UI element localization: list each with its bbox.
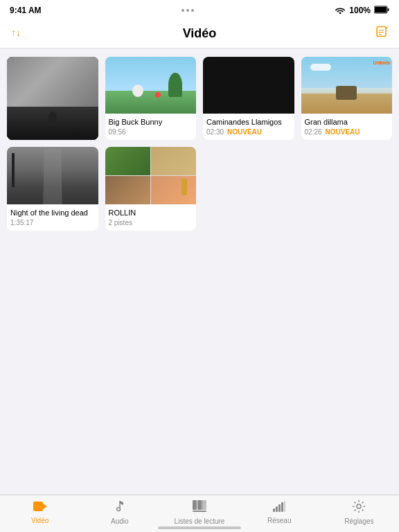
video-info-gran: Gran dillama 02:26 NOUVEAU — [301, 114, 393, 140]
tab-audio-icon — [114, 500, 126, 516]
svg-rect-2 — [375, 7, 387, 12]
video-grid-row1: The Adventurer 16:59 NOUVEAU Big Buck — [7, 57, 392, 140]
tab-reglages[interactable]: Réglages — [319, 500, 399, 525]
header-edit[interactable] — [375, 25, 389, 42]
svg-rect-18 — [278, 504, 281, 512]
video-title-bigbuck: Big Buck Bunny — [109, 117, 193, 127]
video-duration-gran: 02:26 — [305, 128, 322, 136]
video-item-night[interactable]: Night of the living dead 1:35:17 — [7, 147, 98, 230]
header: ↑↓ Vidéo — [0, 19, 399, 48]
rollin-cell-2 — [151, 147, 196, 175]
video-tracks-rollin: 2 pistes — [109, 219, 132, 227]
video-meta-bigbuck: 09:56 — [109, 128, 193, 136]
tab-reseau-label: Réseau — [267, 517, 291, 524]
video-info-rollin: ROLLIN 2 pistes — [105, 204, 197, 231]
page-title: Vidéo — [183, 26, 217, 41]
wifi-icon — [335, 6, 346, 16]
svg-rect-16 — [273, 508, 275, 512]
status-bar: 9:41 AM 100% — [0, 0, 399, 19]
tab-reseau-icon — [273, 501, 285, 515]
video-info-bigbuck: Big Buck Bunny 09:56 — [105, 114, 197, 140]
svg-rect-17 — [276, 506, 278, 512]
tab-playlists[interactable]: Listes de lecture — [159, 500, 239, 525]
sort-icon[interactable]: ↑↓ — [10, 28, 24, 42]
tab-audio-label: Audio — [111, 517, 129, 525]
svg-rect-12 — [197, 500, 202, 510]
video-meta-night: 1:35:17 — [10, 219, 95, 227]
status-dots — [42, 9, 335, 12]
video-title-night: Night of the living dead — [10, 208, 95, 218]
svg-text:↑↓: ↑↓ — [11, 26, 21, 37]
thumb-bigbuck — [105, 57, 197, 114]
video-duration-night: 1:35:17 — [10, 219, 33, 227]
rollin-cell-3 — [105, 176, 150, 204]
edit-icon[interactable] — [375, 28, 389, 42]
tab-playlists-label: Listes de lecture — [175, 517, 225, 525]
thumb-gran: Unilords — [301, 57, 393, 114]
tab-reglages-icon — [353, 500, 365, 516]
video-meta-caminandes: 02:30 NOUVEAU — [206, 128, 291, 136]
video-item-gran[interactable]: Unilords Gran dillama 02:26 NOUVEAU — [301, 57, 393, 140]
status-right: 100% — [335, 6, 389, 16]
svg-rect-19 — [281, 502, 283, 512]
video-meta-gran: 02:26 NOUVEAU — [305, 128, 389, 136]
svg-point-21 — [357, 504, 361, 508]
video-item-rollin[interactable]: ROLLIN 2 pistes — [105, 147, 197, 230]
thumb-adventurer — [7, 57, 98, 140]
tab-playlists-icon — [193, 500, 206, 516]
battery-text: 100% — [349, 6, 371, 15]
tab-video-label: Vidéo — [31, 517, 48, 524]
thumb-caminandes — [203, 57, 294, 114]
home-indicator — [158, 526, 241, 529]
tab-reglages-label: Réglages — [344, 517, 373, 525]
video-info-night: Night of the living dead 1:35:17 — [7, 204, 98, 231]
video-duration-bigbuck: 09:56 — [109, 128, 126, 136]
battery-icon — [374, 6, 389, 16]
thumb-night — [7, 147, 98, 204]
video-grid-row2: Night of the living dead 1:35:17 — [7, 147, 392, 230]
video-title-rollin: ROLLIN — [109, 208, 193, 218]
svg-rect-20 — [284, 501, 285, 512]
video-duration-caminandes: 02:30 — [206, 128, 224, 136]
tab-video[interactable]: Vidéo — [0, 501, 80, 524]
video-item-adventurer[interactable]: The Adventurer 16:59 NOUVEAU — [7, 57, 98, 140]
svg-rect-11 — [193, 500, 197, 510]
status-time: 9:41 AM — [10, 6, 42, 15]
svg-rect-4 — [377, 26, 386, 36]
tab-video-icon — [33, 501, 47, 515]
video-badge-caminandes: NOUVEAU — [227, 128, 262, 136]
rollin-cell-4 — [151, 176, 196, 204]
video-badge-gran: NOUVEAU — [326, 128, 360, 136]
svg-rect-13 — [193, 511, 206, 512]
main-content: The Adventurer 16:59 NOUVEAU Big Buck — [0, 48, 399, 489]
svg-rect-15 — [202, 500, 206, 510]
video-title-gran: Gran dillama — [305, 117, 389, 127]
svg-rect-1 — [388, 8, 389, 11]
tab-reseau[interactable]: Réseau — [240, 501, 319, 524]
video-meta-rollin: 2 pistes — [109, 219, 193, 227]
video-item-caminandes[interactable]: Caminandes Llamigos 02:30 NOUVEAU — [203, 57, 294, 140]
video-item-bigbuck[interactable]: Big Buck Bunny 09:56 — [105, 57, 197, 140]
svg-rect-8 — [33, 502, 43, 511]
header-sort[interactable]: ↑↓ — [10, 25, 24, 42]
tab-audio[interactable]: Audio — [80, 500, 159, 525]
video-info-caminandes: Caminandes Llamigos 02:30 NOUVEAU — [203, 114, 294, 140]
svg-marker-9 — [43, 504, 47, 509]
video-title-caminandes: Caminandes Llamigos — [206, 117, 291, 127]
svg-point-10 — [116, 507, 120, 511]
rollin-cell-1 — [105, 147, 150, 175]
thumb-rollin — [105, 147, 197, 204]
